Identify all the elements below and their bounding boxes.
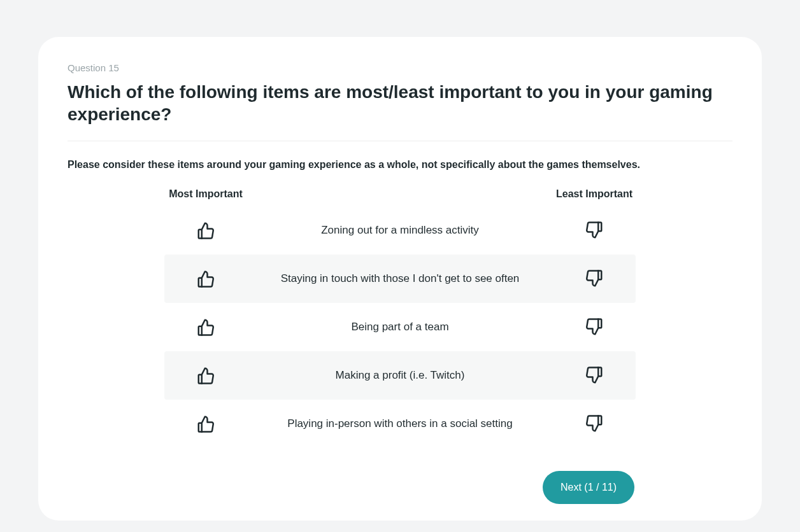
header-least: Least Important — [553, 188, 636, 200]
header-most: Most Important — [164, 188, 247, 200]
option-row: Staying in touch with those I don't get … — [164, 255, 636, 303]
thumbs-down-icon — [585, 221, 604, 240]
thumbs-up-button[interactable] — [164, 269, 247, 288]
thumbs-up-icon — [196, 221, 215, 240]
thumbs-down-button[interactable] — [553, 366, 636, 385]
thumbs-up-icon — [196, 269, 215, 288]
thumbs-up-button[interactable] — [164, 366, 247, 385]
thumbs-down-icon — [585, 269, 604, 288]
thumbs-down-button[interactable] — [553, 269, 636, 288]
thumbs-down-icon — [585, 414, 604, 433]
thumbs-up-icon — [196, 414, 215, 433]
thumbs-up-icon — [196, 366, 215, 385]
thumbs-down-icon — [585, 366, 604, 385]
survey-card: Question 15 Which of the following items… — [38, 37, 762, 521]
option-label: Making a profit (i.e. Twitch) — [247, 369, 553, 382]
thumbs-down-button[interactable] — [553, 414, 636, 433]
thumbs-down-button[interactable] — [553, 221, 636, 240]
option-label: Zoning out for a mindless activity — [247, 224, 553, 237]
thumbs-up-button[interactable] — [164, 221, 247, 240]
thumbs-down-button[interactable] — [553, 318, 636, 337]
thumbs-up-icon — [196, 318, 215, 337]
column-headers: Most Important Least Important — [164, 188, 636, 200]
option-row: Playing in-person with others in a socia… — [164, 400, 636, 448]
thumbs-down-icon — [585, 318, 604, 337]
question-number: Question 15 — [68, 62, 732, 73]
thumbs-up-button[interactable] — [164, 318, 247, 337]
next-button[interactable]: Next (1 / 11) — [543, 471, 634, 504]
question-title: Which of the following items are most/le… — [68, 81, 732, 141]
option-row: Zoning out for a mindless activity — [164, 206, 636, 255]
option-label: Playing in-person with others in a socia… — [247, 417, 553, 430]
option-row: Making a profit (i.e. Twitch) — [164, 351, 636, 400]
option-label: Staying in touch with those I don't get … — [247, 272, 553, 285]
option-label: Being part of a team — [247, 321, 553, 333]
option-row: Being part of a team — [164, 303, 636, 351]
question-instruction: Please consider these items around your … — [68, 159, 732, 171]
thumbs-up-button[interactable] — [164, 414, 247, 433]
maxdiff-matrix: Most Important Least Important Zoning ou… — [164, 188, 636, 448]
